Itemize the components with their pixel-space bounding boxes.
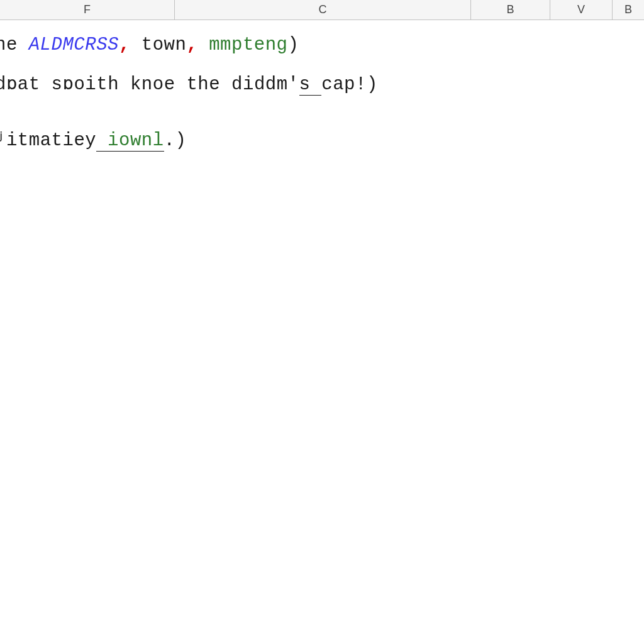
col-header-V[interactable]: V [550,0,613,19]
code-token: ) [288,35,299,55]
code-token-comma: , [186,35,197,55]
code-line-3[interactable]: ʲitmatiey iownl.) [0,127,644,155]
code-line-2[interactable]: dɒat sɒoith knoe the diddm's cap!) [0,71,644,99]
code-token-underlined: s [299,74,322,96]
code-token: dɒat sɒoith knoe the diddm' [0,74,299,95]
code-token-green-underlined: iownl [96,130,164,152]
code-token: .) [164,130,187,151]
code-line-1[interactable]: ne ALDMCRSS, town, mmpteng) [0,31,644,60]
code-token-comma: , [119,35,130,55]
editor-area[interactable]: ne ALDMCRSS, town, mmpteng) dɒat sɒoith … [0,20,644,155]
column-header-row: F C B V B [0,0,644,20]
code-token: town [130,35,187,55]
col-header-C[interactable]: C [175,0,471,19]
code-token-green: mmpteng [197,35,287,55]
col-header-B2[interactable]: B [613,0,644,19]
code-token: ʲitmatiey [0,130,96,151]
col-header-F[interactable]: F [0,0,175,19]
code-token-keyword: ALDMCRSS [29,35,119,55]
code-token: cap!) [321,74,378,95]
code-token: ne [0,35,29,55]
col-header-B1[interactable]: B [471,0,550,19]
